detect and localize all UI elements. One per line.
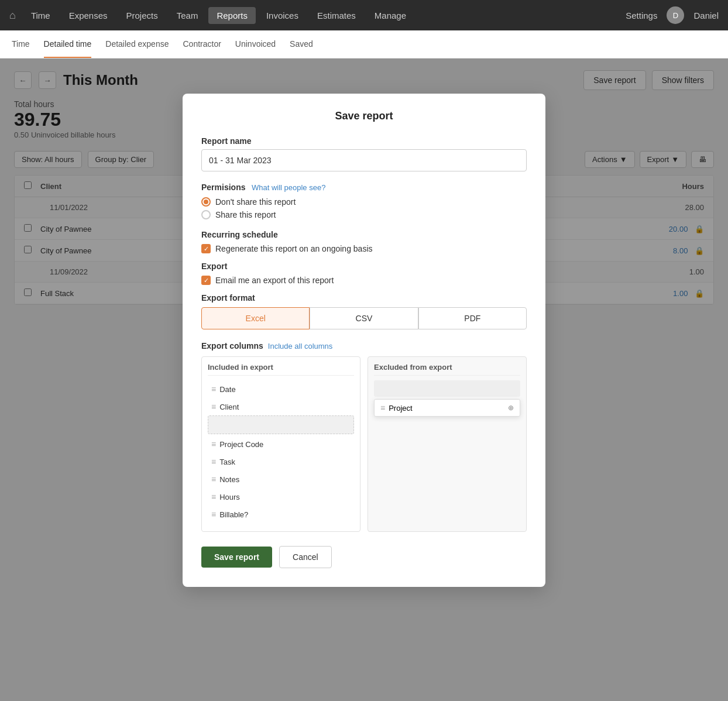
- col-item-label: Billable?: [219, 510, 248, 519]
- report-name-label: Report name: [201, 136, 527, 146]
- radio-label-dont-share: Don't share this report: [215, 197, 296, 207]
- tab-detailed-time[interactable]: Detailed time: [44, 31, 92, 58]
- drag-handle-icon: ≡: [211, 457, 216, 466]
- col-item-label: Task: [219, 458, 235, 466]
- user-name: Daniel: [693, 11, 719, 20]
- radio-dont-share[interactable]: Don't share this report: [201, 197, 527, 207]
- recurring-label: Recurring schedule: [201, 230, 527, 239]
- tab-saved[interactable]: Saved: [290, 31, 313, 58]
- col-item-billable[interactable]: ≡ Billable?: [208, 506, 354, 523]
- tab-contractor[interactable]: Contractor: [183, 31, 221, 58]
- export-columns-header: Export columns Include all columns: [201, 341, 527, 350]
- radio-group: Don't share this report Share this repor…: [201, 197, 527, 219]
- recurring-checkbox-box: [201, 244, 211, 253]
- nav-item-projects[interactable]: Projects: [118, 7, 166, 24]
- tab-detailed-expense[interactable]: Detailed expense: [105, 31, 169, 58]
- save-report-modal-button[interactable]: Save report: [201, 547, 272, 568]
- nav-item-invoices[interactable]: Invoices: [258, 7, 307, 24]
- col-item-label: Notes: [219, 475, 239, 484]
- col-item-task[interactable]: ≡ Task: [208, 453, 354, 470]
- col-item-date[interactable]: ≡ Date: [208, 380, 354, 398]
- col-item-client[interactable]: ≡ Client: [208, 398, 354, 415]
- permissions-link[interactable]: What will people see?: [252, 183, 325, 192]
- excluded-drop-placeholder: [374, 380, 520, 397]
- save-report-modal: Save report Report name Permisions What …: [183, 94, 545, 587]
- report-name-input[interactable]: [201, 149, 527, 171]
- move-icon: ⊕: [508, 404, 514, 412]
- export-checkbox[interactable]: Email me an export of this report: [201, 276, 527, 285]
- recurring-checkbox-label: Regenerate this report on an ongoing bas…: [215, 244, 373, 253]
- drag-handle-icon: ≡: [380, 403, 385, 413]
- permissions-label: Permisions: [201, 183, 245, 192]
- nav-item-time[interactable]: Time: [23, 7, 59, 24]
- settings-link[interactable]: Settings: [626, 11, 657, 20]
- format-pdf-button[interactable]: PDF: [418, 307, 527, 329]
- included-columns-title: Included in export: [208, 363, 354, 376]
- col-item-label: Date: [219, 385, 235, 394]
- radio-label-share: Share this report: [215, 210, 276, 219]
- dragging-project-item[interactable]: ≡ Project ⊕: [374, 399, 520, 417]
- export-checkbox-label: Email me an export of this report: [215, 276, 334, 285]
- home-icon[interactable]: ⌂: [9, 9, 16, 22]
- drag-handle-icon: ≡: [211, 402, 216, 411]
- export-columns-label: Export columns: [201, 341, 263, 350]
- drag-handle-icon: ≡: [211, 492, 216, 501]
- included-columns-box: Included in export ≡ Date ≡ Client ≡ Pro…: [201, 356, 360, 532]
- dragging-item-label: Project: [389, 404, 412, 413]
- cancel-modal-button[interactable]: Cancel: [279, 546, 332, 568]
- main-content: ← → This Month Save report Show filters …: [0, 59, 728, 701]
- drag-handle-icon: ≡: [211, 439, 216, 449]
- col-item-notes[interactable]: ≡ Notes: [208, 470, 354, 488]
- tab-time[interactable]: Time: [12, 31, 30, 58]
- drag-handle-icon: ≡: [211, 384, 216, 394]
- modal-footer: Save report Cancel: [201, 546, 527, 568]
- permissions-section: Permisions What will people see? Don't s…: [201, 182, 527, 219]
- export-label: Export: [201, 262, 527, 271]
- top-navigation: ⌂ Time Expenses Projects Team Reports In…: [0, 0, 728, 30]
- export-format-label: Export format: [201, 293, 527, 303]
- col-item-label: Client: [219, 403, 239, 411]
- radio-share[interactable]: Share this report: [201, 210, 527, 219]
- modal-title: Save report: [201, 110, 527, 122]
- modal-overlay: Save report Report name Permisions What …: [0, 59, 728, 701]
- nav-item-reports[interactable]: Reports: [208, 7, 256, 24]
- nav-item-estimates[interactable]: Estimates: [309, 7, 364, 24]
- excluded-columns-box: Excluded from export ≡ Project ⊕: [368, 356, 527, 532]
- nav-right: Settings D Daniel: [626, 6, 719, 24]
- format-excel-button[interactable]: Excel: [201, 307, 310, 329]
- columns-grid: Included in export ≡ Date ≡ Client ≡ Pro…: [201, 356, 527, 532]
- col-item-label: Project Code: [219, 440, 263, 449]
- sub-navigation: Time Detailed time Detailed expense Cont…: [0, 30, 728, 59]
- recurring-checkbox[interactable]: Regenerate this report on an ongoing bas…: [201, 244, 527, 253]
- nav-item-manage[interactable]: Manage: [366, 7, 414, 24]
- drag-handle-icon: ≡: [211, 510, 216, 519]
- avatar[interactable]: D: [667, 6, 684, 24]
- nav-item-expenses[interactable]: Expenses: [61, 7, 116, 24]
- export-checkbox-box: [201, 276, 211, 285]
- format-csv-button[interactable]: CSV: [310, 307, 418, 329]
- dragging-item-container: ≡ Project ⊕: [374, 399, 520, 417]
- drag-handle-icon: ≡: [211, 475, 216, 484]
- export-format-group: Excel CSV PDF: [201, 307, 527, 329]
- radio-dot-selected: [201, 197, 211, 207]
- nav-item-team[interactable]: Team: [169, 7, 207, 24]
- col-item-hours[interactable]: ≡ Hours: [208, 488, 354, 506]
- col-item-project-code[interactable]: ≡ Project Code: [208, 435, 354, 453]
- include-all-link[interactable]: Include all columns: [268, 342, 333, 350]
- tab-uninvoiced[interactable]: Uninvoiced: [235, 31, 276, 58]
- col-item-label: Hours: [219, 493, 240, 501]
- drop-placeholder: [208, 415, 354, 434]
- excluded-columns-title: Excluded from export: [374, 363, 520, 376]
- radio-dot-unselected: [201, 210, 211, 219]
